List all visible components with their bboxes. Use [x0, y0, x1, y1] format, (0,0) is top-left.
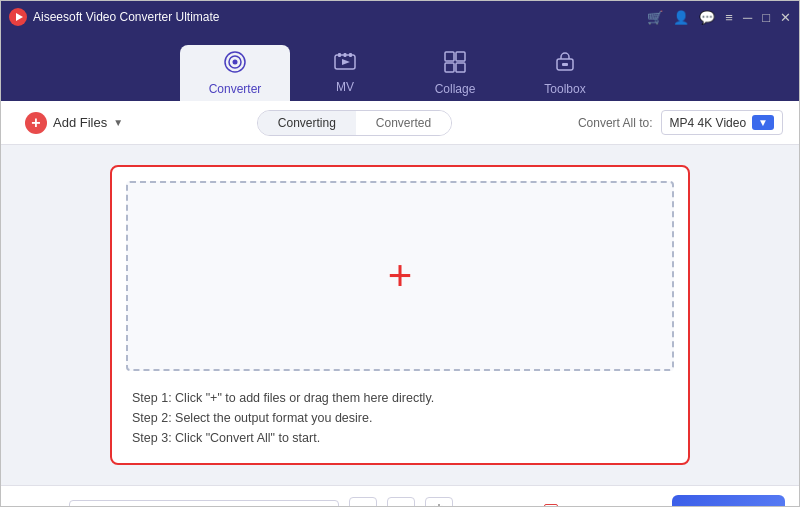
main-content: + Step 1: Click "+" to add files or drag…: [1, 145, 799, 485]
collage-icon: [444, 51, 466, 78]
add-files-label: Add Files: [53, 115, 107, 130]
svg-rect-6: [338, 53, 341, 57]
title-bar-controls: 🛒 👤 💬 ≡ ─ □ ✕: [647, 10, 791, 25]
add-files-plus-icon[interactable]: +: [388, 255, 413, 297]
save-to-label: Save to:: [15, 504, 59, 508]
mv-icon: [334, 53, 356, 76]
instruction-step3: Step 3: Click "Convert All" to start.: [132, 431, 668, 445]
merge-label: Merge into one file: [563, 504, 662, 508]
drop-zone-inner[interactable]: +: [126, 181, 674, 371]
add-files-dropdown-arrow: ▼: [113, 117, 123, 128]
restore-btn[interactable]: □: [762, 10, 770, 25]
svg-rect-11: [456, 52, 465, 61]
chat-icon[interactable]: 💬: [699, 10, 715, 25]
nav-tabs: Converter MV Collage: [1, 33, 799, 101]
svg-rect-10: [445, 52, 454, 61]
toolbox-icon: [554, 51, 576, 78]
tab-switch: Converting Converted: [257, 110, 452, 136]
mv-label: MV: [336, 80, 354, 94]
tab-collage[interactable]: Collage: [400, 45, 510, 101]
app-title: Aiseesoft Video Converter Ultimate: [33, 10, 647, 24]
svg-rect-8: [349, 53, 352, 57]
svg-rect-15: [562, 63, 568, 66]
convert-all-to-label: Convert All to:: [578, 116, 653, 130]
svg-rect-7: [344, 53, 347, 57]
tab-converted[interactable]: Converted: [356, 111, 451, 135]
tab-mv[interactable]: MV: [290, 45, 400, 101]
title-bar: Aiseesoft Video Converter Ultimate 🛒 👤 💬…: [1, 1, 799, 33]
tab-toolbox[interactable]: Toolbox: [510, 45, 620, 101]
bottom-bar: Save to: C:\Aiseesoft Studio\Ais...rter …: [1, 485, 799, 507]
settings-button[interactable]: [425, 497, 453, 508]
cart-icon[interactable]: 🛒: [647, 10, 663, 25]
toolbox-label: Toolbox: [544, 82, 585, 96]
minimize-btn[interactable]: ─: [743, 10, 752, 25]
instructions: Step 1: Click "+" to add files or drag t…: [112, 381, 688, 463]
format-select[interactable]: MP4 4K Video ▼: [661, 110, 783, 135]
svg-marker-9: [342, 59, 350, 65]
selected-format-text: MP4 4K Video: [670, 116, 747, 130]
tab-converting[interactable]: Converting: [258, 111, 356, 135]
add-plus-icon: +: [25, 112, 47, 134]
collage-label: Collage: [435, 82, 476, 96]
instruction-step1: Step 1: Click "+" to add files or drag t…: [132, 391, 668, 405]
svg-rect-13: [456, 63, 465, 72]
person-icon[interactable]: 👤: [673, 10, 689, 25]
open-folder-button[interactable]: [349, 497, 377, 508]
merge-checkbox[interactable]: [544, 504, 558, 508]
converter-icon: [224, 51, 246, 78]
tab-converter[interactable]: Converter: [180, 45, 290, 101]
save-path-input[interactable]: C:\Aiseesoft Studio\Ais...rter Ultimate\…: [69, 500, 339, 508]
instruction-step2: Step 2: Select the output format you des…: [132, 411, 668, 425]
svg-rect-12: [445, 63, 454, 72]
convert-all-button[interactable]: Convert All: [672, 495, 785, 507]
app-logo: [9, 8, 27, 26]
drop-zone: + Step 1: Click "+" to add files or drag…: [110, 165, 690, 465]
converter-label: Converter: [209, 82, 262, 96]
toolbar: + Add Files ▼ Converting Converted Conve…: [1, 101, 799, 145]
menu-icon[interactable]: ≡: [725, 10, 733, 25]
close-btn[interactable]: ✕: [780, 10, 791, 25]
add-files-button[interactable]: + Add Files ▼: [17, 108, 131, 138]
merge-checkbox-container: Merge into one file: [544, 504, 662, 508]
svg-point-4: [233, 59, 238, 64]
format-dropdown-arrow: ▼: [752, 115, 774, 130]
quality-button[interactable]: 4K: [387, 497, 415, 508]
